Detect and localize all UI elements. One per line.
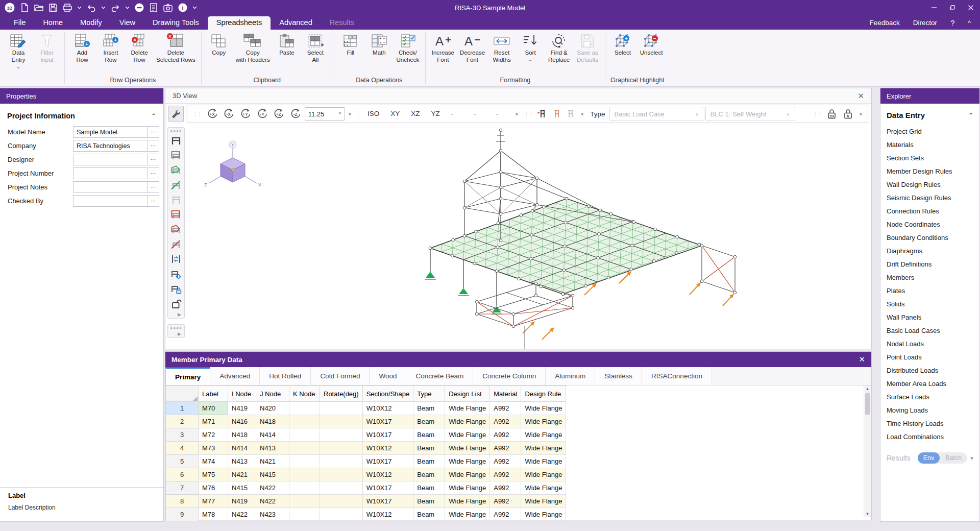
delete-selected-rows-button[interactable]: ×Delete Selected Rows [154, 32, 198, 64]
help-icon[interactable]: ? [950, 18, 954, 27]
view-yz-button[interactable]: YZ [426, 107, 445, 120]
table-cell[interactable]: A992 [490, 442, 521, 455]
line-unselect-icon[interactable] [170, 237, 182, 252]
drag-handle-icon[interactable]: ●●●● [170, 326, 182, 330]
close-button[interactable] [962, 0, 980, 15]
snapshot-icon[interactable] [163, 2, 173, 13]
column-header[interactable]: Type [413, 386, 445, 402]
table-cell[interactable]: N419 [228, 402, 256, 415]
table-cell[interactable]: Beam [413, 468, 445, 481]
table-cell[interactable] [320, 468, 363, 481]
table-cell[interactable]: Wide Flange [445, 508, 490, 521]
filter-input-button[interactable]: Filter Input [33, 32, 61, 64]
row-number[interactable]: 7 [166, 481, 199, 495]
table-cell[interactable]: W10X17 [362, 495, 413, 508]
explorer-item-time-history-loads[interactable]: Time History Loads [880, 417, 979, 430]
row-number[interactable]: 2 [166, 415, 199, 428]
menu-link-director[interactable]: Director [913, 19, 937, 27]
drag-handle-icon[interactable]: ⋮⋮ [190, 111, 204, 117]
paste-button[interactable]: Paste [273, 32, 301, 57]
row-number[interactable]: 6 [166, 468, 199, 481]
caret-icon[interactable] [77, 2, 82, 13]
row-number[interactable]: 5 [166, 455, 199, 468]
caret-icon[interactable] [125, 2, 130, 13]
table-cell[interactable]: N419 [228, 495, 256, 508]
table-cell[interactable]: A992 [490, 402, 521, 415]
column-header[interactable]: I Node [228, 386, 256, 402]
view-iso-button[interactable]: ISO [362, 107, 384, 120]
table-cell[interactable]: N421 [256, 455, 289, 468]
project-notes-ellipsis-button[interactable]: ⋯ [148, 181, 159, 193]
tab-primary[interactable]: Primary [165, 367, 210, 385]
subtract-circle-icon[interactable] [134, 2, 144, 13]
loads-display-icon[interactable] [536, 107, 549, 120]
row-number[interactable]: 9 [166, 508, 199, 521]
explorer-item-members[interactable]: Members [880, 271, 979, 284]
table-cell[interactable]: Beam [413, 415, 445, 428]
table-cell[interactable]: Beam [413, 495, 445, 508]
table-cell[interactable]: Wide Flange [445, 468, 490, 481]
increase-font-button[interactable]: AIncrease Font [429, 32, 457, 64]
table-cell[interactable]: A992 [490, 468, 521, 481]
table-cell[interactable]: N420 [256, 402, 289, 415]
reset-widths-button[interactable]: Reset Widths [487, 32, 516, 64]
explorer-item-wall-design-rules[interactable]: Wall Design Rules [880, 178, 979, 191]
chevron-down-icon[interactable]: ▼ [969, 455, 974, 461]
table-cell[interactable]: N418 [256, 415, 289, 428]
loads-display-alt-icon[interactable] [550, 107, 564, 120]
structure-model[interactable] [165, 124, 871, 349]
table-cell[interactable]: Wide Flange [445, 495, 490, 508]
table-cell[interactable]: N422 [256, 495, 289, 508]
column-header[interactable]: J Node [256, 386, 289, 402]
tab-stainless[interactable]: Stainless [595, 367, 642, 385]
explorer-item-load-combinations[interactable]: Load Combinations [880, 430, 979, 443]
table-cell[interactable]: W10X12 [362, 508, 413, 521]
explorer-item-member-design-rules[interactable]: Member Design Rules [880, 164, 979, 178]
explorer-item-project-grid[interactable]: Project Grid [880, 125, 979, 138]
project-information-section[interactable]: Project Information ⌃ [0, 104, 163, 125]
table-cell[interactable]: N415 [256, 468, 289, 481]
minimize-button[interactable] [925, 0, 943, 15]
table-cell[interactable]: N415 [228, 481, 256, 495]
close-icon[interactable]: ✕ [859, 355, 865, 364]
loads-display-off-icon[interactable] [565, 107, 578, 120]
chevron-down-icon[interactable]: ▾ [578, 111, 586, 117]
table-cell[interactable] [320, 442, 363, 455]
table-cell[interactable]: N418 [228, 428, 256, 442]
load-type-select[interactable]: Basic Load Case∨ [609, 107, 704, 121]
table-cell[interactable]: A992 [490, 455, 521, 468]
table-cell[interactable]: W10X17 [362, 455, 413, 468]
add-row-button[interactable]: +Add Row [68, 32, 96, 64]
rotate-minusx-button[interactable]: -X [221, 107, 237, 121]
table-cell[interactable]: Beam [413, 508, 445, 521]
save-icon[interactable] [48, 2, 58, 13]
vertical-scrollbar[interactable]: ▲ ▼ [864, 385, 871, 517]
explorer-item-drift-definitions[interactable]: Drift Definitions [880, 257, 979, 271]
close-icon[interactable]: ✕ [857, 91, 864, 101]
table-cell[interactable]: M70 [199, 402, 228, 415]
lock-unselected-icon[interactable] [170, 296, 182, 311]
table-cell[interactable]: W10X12 [362, 468, 413, 481]
decrease-font-button[interactable]: ADecrease Font [457, 32, 487, 64]
table-cell[interactable] [289, 508, 320, 521]
maximize-button[interactable] [943, 0, 962, 15]
table-cell[interactable]: Wide Flange [521, 415, 566, 428]
expand-arrow-icon[interactable]: ▶ [178, 311, 184, 317]
math-button[interactable]: + −× ÷Math [365, 32, 394, 57]
tab-hot-rolled[interactable]: Hot Rolled [260, 367, 311, 385]
menu-tab-view[interactable]: View [111, 16, 144, 30]
chevron-down-icon[interactable]: ▾ [513, 111, 521, 117]
lasso-select-icon[interactable] [170, 192, 182, 207]
explorer-item-point-loads[interactable]: Point Loads [880, 350, 979, 364]
env-toggle[interactable]: Env [918, 452, 940, 464]
select-button[interactable]: +Select [608, 32, 637, 57]
report-icon[interactable] [149, 2, 158, 13]
chevron-down-icon[interactable]: ⌄ [16, 64, 20, 69]
drag-handle-icon[interactable]: ⋮⋮ [811, 111, 824, 117]
chevron-down-icon[interactable]: ▾ [346, 111, 354, 117]
table-cell[interactable]: Wide Flange [521, 481, 566, 495]
tab-aluminum[interactable]: Aluminum [546, 367, 595, 385]
table-cell[interactable]: Wide Flange [445, 455, 490, 468]
redo-icon[interactable] [110, 2, 120, 13]
table-cell[interactable] [289, 455, 320, 468]
